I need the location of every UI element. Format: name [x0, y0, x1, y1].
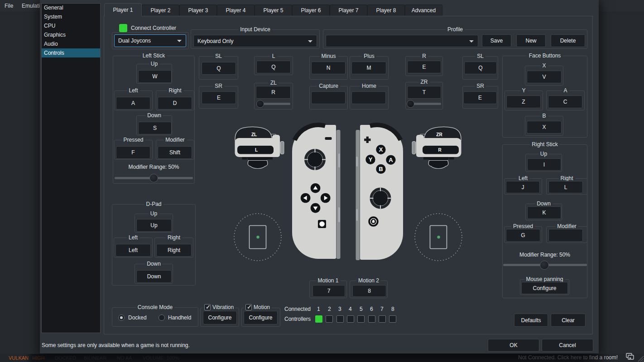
svg-text:ZR: ZR [436, 132, 442, 137]
svg-text:A: A [389, 157, 393, 163]
svg-text:R: R [438, 148, 442, 152]
svg-text:Y: Y [369, 156, 373, 163]
svg-text:X: X [379, 146, 383, 153]
svg-text:L: L [255, 148, 258, 152]
svg-text:B: B [379, 166, 383, 172]
svg-text:ZL: ZL [251, 132, 257, 137]
